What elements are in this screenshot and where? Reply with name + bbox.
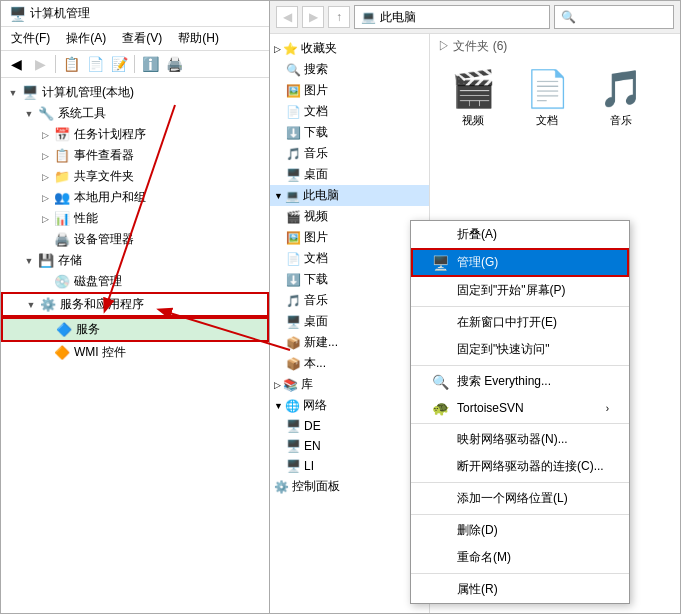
ctx-rename[interactable]: 重命名(M) bbox=[411, 544, 629, 571]
tree-item-event[interactable]: ▷ 📋 事件查看器 bbox=[1, 145, 269, 166]
nav-thispc[interactable]: ▼ 💻此电脑 bbox=[270, 185, 429, 206]
nav-doc[interactable]: 📄文档 bbox=[270, 101, 429, 122]
ctx-disconnect[interactable]: 断开网络驱动器的连接(C)... bbox=[411, 453, 629, 480]
toolbar-sep1 bbox=[55, 55, 56, 73]
nav-newitem2[interactable]: 📦本... bbox=[270, 353, 429, 374]
nav-doc2[interactable]: 📄文档 bbox=[270, 248, 429, 269]
nav-tree: ▷ ⭐收藏夹 🔍搜索 🖼️图片 📄文档 ⬇️下载 🎵音乐 bbox=[270, 34, 430, 613]
ctx-pin-start[interactable]: 固定到"开始"屏幕(P) bbox=[411, 277, 629, 304]
ctx-open-new[interactable]: 在新窗口中打开(E) bbox=[411, 309, 629, 336]
ctx-manage-icon: 🖥️ bbox=[431, 255, 449, 271]
icon-diskmgr: 💿 bbox=[53, 274, 71, 290]
toolbar-icon2[interactable]: 📄 bbox=[84, 53, 106, 75]
ctx-manage[interactable]: 🖥️ 管理(G) bbox=[411, 248, 629, 277]
label-root: 计算机管理(本地) bbox=[42, 84, 134, 101]
label-event: 事件查看器 bbox=[74, 147, 134, 164]
tree-item-svcapp[interactable]: ▼ ⚙️ 服务和应用程序 bbox=[1, 292, 269, 317]
nav-network[interactable]: ▼ 🌐网络 bbox=[270, 395, 429, 416]
address-bar[interactable]: 💻 此电脑 bbox=[354, 5, 550, 29]
icon-wmi: 🔶 bbox=[53, 345, 71, 361]
menu-file[interactable]: 文件(F) bbox=[9, 29, 52, 48]
file-icon-doc: 📄 bbox=[523, 65, 571, 113]
toolbar-forward-btn[interactable]: ▶ bbox=[29, 53, 51, 75]
ctx-fold[interactable]: 折叠(A) bbox=[411, 221, 629, 248]
tree-item-task[interactable]: ▷ 📅 任务计划程序 bbox=[1, 124, 269, 145]
file-item-music[interactable]: 🎵 音乐 bbox=[586, 61, 656, 132]
ctx-pin-quick[interactable]: 固定到"快速访问" bbox=[411, 336, 629, 363]
menu-action[interactable]: 操作(A) bbox=[64, 29, 108, 48]
tree-item-perf[interactable]: ▷ 📊 性能 bbox=[1, 208, 269, 229]
nav-desktop2[interactable]: 🖥️桌面 bbox=[270, 311, 429, 332]
nav-up-btn[interactable]: ↑ bbox=[328, 6, 350, 28]
nav-fav[interactable]: ▷ ⭐收藏夹 bbox=[270, 38, 429, 59]
tree-item-root[interactable]: ▼ 🖥️ 计算机管理(本地) bbox=[1, 82, 269, 103]
toolbar-icon4[interactable]: ℹ️ bbox=[139, 53, 161, 75]
search-bar[interactable]: 🔍 bbox=[554, 5, 674, 29]
ctx-sep6 bbox=[411, 573, 629, 574]
arrow-storage: ▼ bbox=[21, 256, 37, 266]
nav-li[interactable]: 🖥️LI bbox=[270, 456, 429, 476]
toolbar-icon1[interactable]: 📋 bbox=[60, 53, 82, 75]
nav-en[interactable]: 🖥️EN bbox=[270, 436, 429, 456]
nav-forward-btn[interactable]: ▶ bbox=[302, 6, 324, 28]
ctx-map-drive[interactable]: 映射网络驱动器(N)... bbox=[411, 426, 629, 453]
toolbar-icon3[interactable]: 📝 bbox=[108, 53, 130, 75]
ctx-search-label: 搜索 Everything... bbox=[457, 373, 551, 390]
toolbar-back-btn[interactable]: ◀ bbox=[5, 53, 27, 75]
nav-desktop[interactable]: 🖥️桌面 bbox=[270, 164, 429, 185]
arrow-svcapp: ▼ bbox=[23, 300, 39, 310]
label-svcapp: 服务和应用程序 bbox=[60, 296, 144, 313]
ctx-delete[interactable]: 删除(D) bbox=[411, 517, 629, 544]
ctx-properties[interactable]: 属性(R) bbox=[411, 576, 629, 603]
ctx-sep1 bbox=[411, 306, 629, 307]
nav-lib[interactable]: ▷ 📚库 bbox=[270, 374, 429, 395]
file-label-doc: 文档 bbox=[536, 113, 558, 128]
tree-item-systools[interactable]: ▼ 🔧 系统工具 bbox=[1, 103, 269, 124]
ctx-rename-label: 重命名(M) bbox=[457, 549, 511, 566]
arrow-localusers: ▷ bbox=[37, 193, 53, 203]
icon-root: 🖥️ bbox=[21, 85, 39, 101]
ctx-tortoisesvn[interactable]: 🐢 TortoiseSVN › bbox=[411, 395, 629, 421]
nav-vid2[interactable]: 🎬视频 bbox=[270, 206, 429, 227]
nav-dl2[interactable]: ⬇️下载 bbox=[270, 269, 429, 290]
tree-item-devmgr[interactable]: 🖨️ 设备管理器 bbox=[1, 229, 269, 250]
menu-help[interactable]: 帮助(H) bbox=[176, 29, 221, 48]
menu-view[interactable]: 查看(V) bbox=[120, 29, 164, 48]
pc-icon: 💻 bbox=[361, 10, 376, 24]
file-icon-video: 🎬 bbox=[449, 65, 497, 113]
ctx-fold-label: 折叠(A) bbox=[457, 226, 497, 243]
nav-music[interactable]: 🎵音乐 bbox=[270, 143, 429, 164]
nav-de[interactable]: 🖥️DE bbox=[270, 416, 429, 436]
left-tree-panel: ▼ 🖥️ 计算机管理(本地) ▼ 🔧 系统工具 ▷ 📅 任务计划程序 ▷ 📋 事… bbox=[1, 78, 269, 613]
ctx-delete-label: 删除(D) bbox=[457, 522, 498, 539]
nav-ctrl[interactable]: ⚙️控制面板 bbox=[270, 476, 429, 497]
nav-search[interactable]: 🔍搜索 bbox=[270, 59, 429, 80]
file-item-video[interactable]: 🎬 视频 bbox=[438, 61, 508, 132]
tree-item-shared[interactable]: ▷ 📁 共享文件夹 bbox=[1, 166, 269, 187]
nav-pic[interactable]: 🖼️图片 bbox=[270, 80, 429, 101]
folder-section-label: ▷ 文件夹 (6) bbox=[438, 38, 507, 55]
toolbar-icon5[interactable]: 🖨️ bbox=[163, 53, 185, 75]
icon-localusers: 👥 bbox=[53, 190, 71, 206]
ctx-add-net[interactable]: 添加一个网络位置(L) bbox=[411, 485, 629, 512]
nav-dl[interactable]: ⬇️下载 bbox=[270, 122, 429, 143]
icon-event: 📋 bbox=[53, 148, 71, 164]
nav-back-btn[interactable]: ◀ bbox=[276, 6, 298, 28]
label-storage: 存储 bbox=[58, 252, 82, 269]
label-systools: 系统工具 bbox=[58, 105, 106, 122]
ctx-search-everything[interactable]: 🔍 搜索 Everything... bbox=[411, 368, 629, 395]
tree-item-localusers[interactable]: ▷ 👥 本地用户和组 bbox=[1, 187, 269, 208]
tree-item-storage[interactable]: ▼ 💾 存储 bbox=[1, 250, 269, 271]
tree-item-services[interactable]: 🔷 服务 bbox=[1, 317, 269, 342]
file-label-video: 视频 bbox=[462, 113, 484, 128]
nav-newitem[interactable]: 📦新建... bbox=[270, 332, 429, 353]
tree-item-diskmgr[interactable]: 💿 磁盘管理 bbox=[1, 271, 269, 292]
file-item-doc[interactable]: 📄 文档 bbox=[512, 61, 582, 132]
label-wmi: WMI 控件 bbox=[74, 344, 126, 361]
file-label-music: 音乐 bbox=[610, 113, 632, 128]
arrow-event: ▷ bbox=[37, 151, 53, 161]
tree-item-wmi[interactable]: 🔶 WMI 控件 bbox=[1, 342, 269, 363]
icon-storage: 💾 bbox=[37, 253, 55, 269]
nav-pic2[interactable]: 🖼️图片 bbox=[270, 227, 429, 248]
nav-music2[interactable]: 🎵音乐 bbox=[270, 290, 429, 311]
